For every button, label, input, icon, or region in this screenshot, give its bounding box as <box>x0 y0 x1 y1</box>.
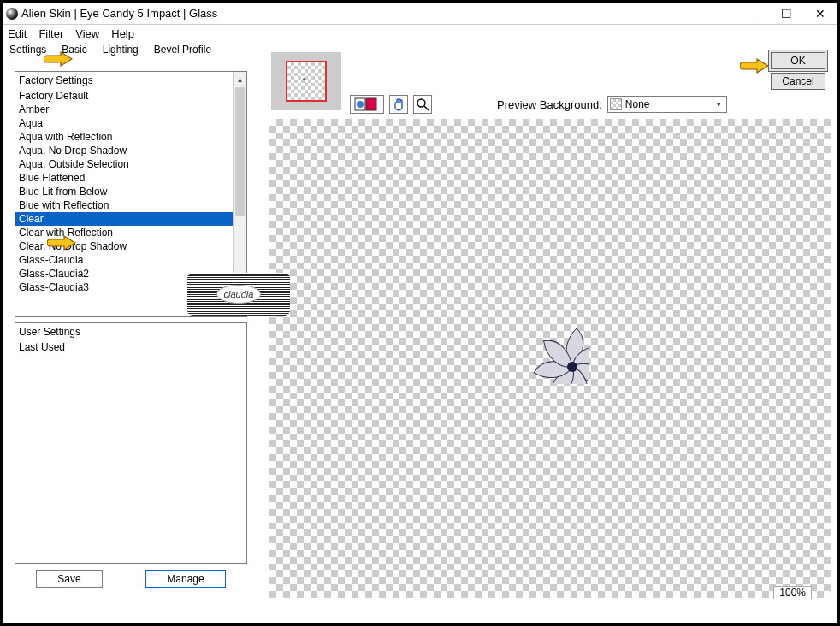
title-bar: Alien Skin | Eye Candy 5 Impact | Glass … <box>3 3 837 25</box>
factory-presets-header: Factory Settings <box>15 72 246 89</box>
close-button[interactable]: ✕ <box>803 3 837 24</box>
tab-settings[interactable]: Settings <box>8 44 48 56</box>
tab-bar: Settings Basic Lighting Bevel Profile <box>3 42 837 57</box>
list-item[interactable]: Aqua, Outside Selection <box>15 157 246 171</box>
list-item[interactable]: Factory Default <box>15 89 246 103</box>
list-item[interactable]: Blue Lit from Below <box>15 185 246 198</box>
svg-line-4 <box>424 106 429 110</box>
menu-view[interactable]: View <box>75 27 99 40</box>
hand-tool-icon[interactable] <box>389 95 408 114</box>
save-button[interactable]: Save <box>36 570 102 588</box>
user-presets-header: User Settings <box>15 323 246 340</box>
user-presets-list[interactable]: User Settings Last Used <box>15 322 247 564</box>
chevron-down-icon[interactable]: ▾ <box>713 98 725 110</box>
scroll-thumb[interactable] <box>235 87 245 216</box>
preview-background-value: None <box>625 98 650 110</box>
zoom-tool-icon[interactable] <box>413 95 432 114</box>
manage-button[interactable]: Manage <box>145 570 225 588</box>
transparency-swatch-icon <box>610 98 622 110</box>
list-item[interactable]: Last Used <box>15 340 246 354</box>
svg-point-2 <box>357 101 364 108</box>
tool-original-preview-toggle[interactable] <box>350 95 384 114</box>
scroll-up-icon[interactable]: ▴ <box>234 72 246 86</box>
preview-glass-object <box>529 324 589 384</box>
thumbnail-selection[interactable] <box>286 61 327 102</box>
zoom-level[interactable]: 100% <box>773 586 812 599</box>
list-item[interactable]: Aqua <box>15 116 246 130</box>
annotation-pointer-icon <box>44 49 73 69</box>
list-item[interactable]: Aqua, No Drop Shadow <box>15 144 246 157</box>
svg-point-5 <box>567 362 577 372</box>
menu-filter[interactable]: Filter <box>38 27 63 40</box>
preview-canvas[interactable] <box>269 119 831 598</box>
minimize-button[interactable]: — <box>735 3 769 24</box>
navigator-thumbnail[interactable] <box>271 52 341 110</box>
watermark: claudia <box>187 273 290 316</box>
list-item[interactable]: Glass-Claudia <box>15 253 246 267</box>
maximize-button[interactable]: ☐ <box>769 3 803 24</box>
menu-bar: Edit Filter View Help <box>3 25 837 42</box>
list-item[interactable]: Clear <box>15 212 246 226</box>
list-item[interactable]: Aqua with Reflection <box>15 130 246 144</box>
preview-background-label: Preview Background: <box>497 98 602 111</box>
ok-button[interactable]: OK <box>771 52 825 69</box>
annotation-pointer-icon <box>740 56 769 76</box>
window-title: Alien Skin | Eye Candy 5 Impact | Glass <box>21 7 217 20</box>
list-item[interactable]: Blue Flattened <box>15 171 246 185</box>
svg-point-3 <box>417 99 425 107</box>
tab-lighting[interactable]: Lighting <box>101 44 140 56</box>
preview-background-combo[interactable]: None ▾ <box>607 96 727 113</box>
app-icon <box>6 8 18 20</box>
cancel-button[interactable]: Cancel <box>771 73 825 90</box>
menu-edit[interactable]: Edit <box>8 27 27 40</box>
menu-help[interactable]: Help <box>111 27 134 40</box>
watermark-text: claudia <box>216 285 262 304</box>
tab-bevel-profile[interactable]: Bevel Profile <box>152 44 213 56</box>
list-item[interactable]: Blue with Reflection <box>15 198 246 212</box>
svg-rect-1 <box>366 98 376 110</box>
list-item[interactable]: Amber <box>15 103 246 116</box>
annotation-pointer-icon <box>47 233 76 253</box>
